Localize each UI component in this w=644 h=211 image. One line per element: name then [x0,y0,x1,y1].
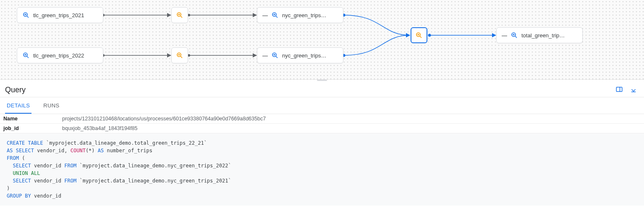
node-join-process[interactable] [411,27,427,43]
process-icon [176,52,183,59]
tab-runs[interactable]: RUNS [42,97,61,114]
details-panel: Query DETAILS RUNS Name projects/1231012… [0,81,644,206]
collapse-icon: — [262,52,268,59]
node-nyc-green-trips-1[interactable]: — nyc_green_trips… [257,7,343,23]
prop-key-jobid: job_id [3,125,62,131]
prop-val-name: projects/123101210468/locations/us/proce… [62,116,641,122]
process-icon [415,31,423,39]
node-tlc-green-trips-2021[interactable]: tlc_green_trips_2021 [17,7,103,23]
table-icon [271,11,279,19]
svg-line-21 [276,16,277,18]
svg-line-15 [27,56,29,58]
node-label: total_green_trip… [521,32,565,39]
node-total-green-trips[interactable]: — total_green_trip… [496,27,583,43]
node-label: tlc_green_trips_2021 [33,12,84,18]
process-icon [176,11,183,19]
tabs: DETAILS RUNS [0,97,644,114]
node-nyc-green-trips-2[interactable]: — nyc_green_trips… [257,47,343,63]
node-label: tlc_green_trips_2022 [33,52,84,59]
panel-title: Query [5,86,26,94]
svg-point-11 [428,34,431,37]
table-row: Name projects/123101210468/locations/us/… [0,114,644,124]
node-label: nyc_green_trips… [282,12,327,18]
panel-collapse-icon[interactable] [630,86,637,94]
node-tlc-green-trips-2022[interactable]: tlc_green_trips_2022 [17,47,103,63]
node-process-2[interactable] [171,47,188,63]
node-process-1[interactable] [171,7,188,23]
svg-line-17 [181,16,182,18]
collapse-icon: — [502,32,507,39]
svg-line-19 [181,56,182,58]
node-label: nyc_green_trips… [282,52,327,59]
svg-line-13 [27,16,29,18]
lineage-canvas[interactable]: tlc_green_trips_2021 tlc_green_trips_202… [0,0,644,80]
panel-layout-icon[interactable] [615,86,623,94]
properties-table: Name projects/123101210468/locations/us/… [0,114,644,133]
table-icon [22,52,30,59]
table-icon [510,31,518,39]
tab-details[interactable]: DETAILS [5,97,31,114]
collapse-icon: — [262,12,268,18]
prop-key-name: Name [3,116,62,122]
sql-block: CREATE TABLE `myproject.data_lineage_dem… [0,133,644,206]
svg-line-27 [515,36,517,38]
prop-val-jobid: bquxjob_453ba4af_1843f194f85 [62,125,641,131]
svg-rect-28 [616,87,622,92]
table-icon [271,52,279,59]
table-row: job_id bquxjob_453ba4af_1843f194f85 [0,124,644,133]
table-icon [22,11,30,19]
svg-line-23 [276,56,277,58]
svg-line-25 [420,36,421,38]
